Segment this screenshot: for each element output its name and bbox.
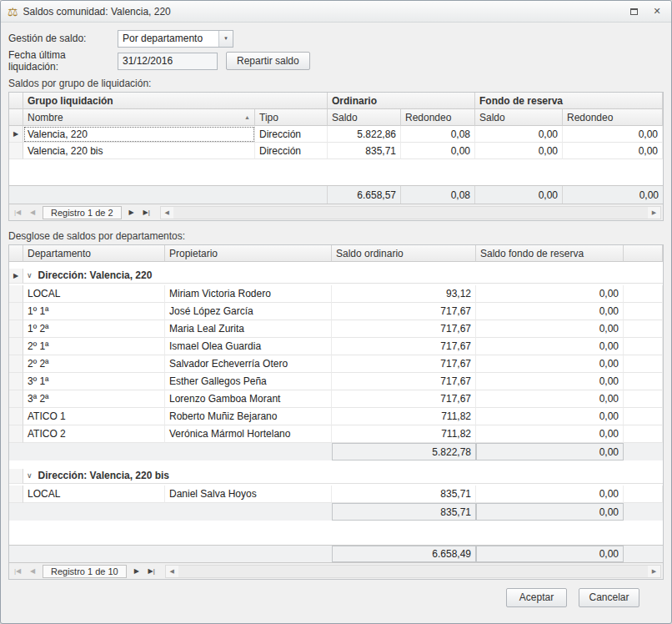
nav-first-button[interactable]: |◀ (11, 565, 24, 578)
table-row[interactable]: 3ª 2ª Lorenzo Gamboa Morant 717,67 0,00 (9, 390, 663, 408)
saldo-fondo-cell[interactable]: 0,00 (476, 303, 624, 320)
table-row[interactable]: ATICO 2 Verónica Mármol Hortelano 711,82… (9, 425, 663, 443)
propietario-cell[interactable]: Maria Leal Zurita (165, 320, 332, 338)
propietario-cell[interactable]: Daniel Salva Hoyos (165, 486, 332, 503)
horizontal-scrollbar[interactable]: ◀ ▶ (165, 565, 661, 578)
header-nombre[interactable]: Nombre ▲ (23, 109, 255, 126)
group-row[interactable]: ▶ ∨ Dirección: Valencia, 220 (9, 269, 663, 285)
saldo-ordinario-cell[interactable]: 717,67 (332, 373, 476, 390)
restore-button[interactable] (626, 5, 641, 18)
table-row[interactable]: ATICO 1 Roberto Muñiz Bejarano 711,82 0,… (9, 408, 663, 425)
header-saldo-fondo[interactable]: Saldo (475, 109, 563, 126)
gestion-saldo-value[interactable]: Por departamento (118, 31, 218, 47)
propietario-cell[interactable]: Verónica Mármol Hortelano (165, 425, 332, 443)
table-row[interactable]: Valencia, 220 bis Dirección 835,71 0,00 … (9, 143, 663, 159)
header-saldo-ordinario[interactable]: Saldo (328, 109, 401, 126)
propietario-cell[interactable]: Lorenzo Gamboa Morant (165, 390, 332, 408)
departamento-cell[interactable]: 2º 2ª (23, 355, 165, 373)
departamento-cell[interactable]: ATICO 1 (23, 408, 165, 425)
gestion-saldo-dropdown-button[interactable]: ▼ (218, 31, 233, 47)
table-row[interactable]: 2º 1ª Ismael Olea Guardia 717,67 0,00 (9, 338, 663, 355)
gestion-saldo-combo[interactable]: Por departamento ▼ (118, 30, 233, 48)
saldo-ordinario-cell[interactable]: 835,71 (328, 143, 401, 159)
group-row[interactable]: ∨ Dirección: Valencia, 220 bis (9, 469, 663, 486)
header-departamento[interactable]: Departamento (23, 245, 165, 262)
header-propietario[interactable]: Propietario (165, 245, 332, 262)
table-row[interactable]: 1º 1ª José López García 717,67 0,00 (9, 303, 663, 320)
saldo-ordinario-cell[interactable]: 717,67 (332, 338, 476, 355)
scroll-left-icon[interactable]: ◀ (161, 207, 173, 219)
departamento-cell[interactable]: ATICO 2 (23, 425, 165, 443)
header-saldo-fondo[interactable]: Saldo fondo de reserva (476, 245, 624, 262)
table-row[interactable]: 2º 2ª Salvador Echeverría Otero 717,67 0… (9, 355, 663, 373)
departamento-cell[interactable]: 2º 1ª (23, 338, 165, 355)
table-row[interactable]: LOCAL Miriam Victoria Rodero 93,12 0,00 (9, 285, 663, 303)
propietario-cell[interactable]: Ismael Olea Guardia (165, 338, 332, 355)
nav-next-button[interactable]: ▶ (130, 565, 143, 578)
redondeo-ordinario-cell[interactable]: 0,00 (401, 143, 475, 159)
scrollbar-track[interactable] (178, 566, 648, 577)
saldo-ordinario-cell[interactable]: 717,67 (332, 303, 476, 320)
nombre-cell[interactable]: Valencia, 220 bis (23, 143, 255, 159)
saldo-ordinario-cell[interactable]: 717,67 (332, 320, 476, 338)
repartir-saldo-button[interactable]: Repartir saldo (226, 52, 310, 70)
saldo-fondo-cell[interactable]: 0,00 (476, 285, 624, 303)
table-row[interactable]: 1º 2ª Maria Leal Zurita 717,67 0,00 (9, 320, 663, 338)
propietario-cell[interactable]: Roberto Muñiz Bejarano (165, 408, 332, 425)
tipo-cell[interactable]: Dirección (255, 126, 328, 143)
nav-last-button[interactable]: ▶| (140, 206, 153, 219)
nombre-cell[interactable]: Valencia, 220 (23, 126, 255, 143)
propietario-cell[interactable]: Salvador Echeverría Otero (165, 355, 332, 373)
band-grupo-liquidacion[interactable]: Grupo liquidación (23, 93, 328, 109)
saldo-fondo-cell[interactable]: 0,00 (476, 390, 624, 408)
nav-last-button[interactable]: ▶| (145, 565, 158, 578)
band-ordinario[interactable]: Ordinario (328, 93, 475, 109)
scroll-left-icon[interactable]: ◀ (166, 566, 178, 577)
departamento-cell[interactable]: LOCAL (23, 486, 165, 503)
scroll-right-icon[interactable]: ▶ (648, 207, 660, 219)
horizontal-scrollbar[interactable]: ◀ ▶ (160, 206, 661, 219)
saldo-fondo-cell[interactable]: 0,00 (476, 320, 624, 338)
nav-prev-button[interactable]: ◀ (26, 206, 39, 219)
table-row[interactable]: LOCAL Daniel Salva Hoyos 835,71 0,00 (9, 486, 663, 503)
table-row[interactable]: ▶ Valencia, 220 Dirección 5.822,86 0,08 … (9, 126, 663, 143)
scroll-right-icon[interactable]: ▶ (648, 566, 660, 577)
saldo-ordinario-cell[interactable]: 711,82 (332, 408, 476, 425)
departamento-cell[interactable]: 1º 1ª (23, 303, 165, 320)
header-redondeo-ordinario[interactable]: Redondeo (401, 109, 475, 126)
collapse-chevron-icon[interactable]: ∨ (27, 471, 33, 480)
nav-next-button[interactable]: ▶ (125, 206, 138, 219)
saldo-ordinario-cell[interactable]: 711,82 (332, 425, 476, 443)
header-redondeo-fondo[interactable]: Redondeo (563, 109, 663, 126)
close-button[interactable]: ✕ (649, 5, 664, 18)
tipo-cell[interactable]: Dirección (255, 143, 328, 159)
cancelar-button[interactable]: Cancelar (579, 588, 639, 607)
saldo-fondo-cell[interactable]: 0,00 (475, 126, 563, 143)
saldo-ordinario-cell[interactable]: 717,67 (332, 355, 476, 373)
redondeo-fondo-cell[interactable]: 0,00 (563, 143, 663, 159)
band-fondo-reserva[interactable]: Fondo de reserva (475, 93, 663, 109)
saldo-fondo-cell[interactable]: 0,00 (476, 373, 624, 390)
saldo-ordinario-cell[interactable]: 93,12 (332, 285, 476, 303)
aceptar-button[interactable]: Aceptar (506, 588, 567, 607)
title-bar[interactable]: ⚖ Saldos comunidad: Valencia, 220 ✕ (1, 1, 671, 23)
propietario-cell[interactable]: Miriam Victoria Rodero (165, 285, 332, 303)
departamento-cell[interactable]: LOCAL (23, 285, 165, 303)
redondeo-fondo-cell[interactable]: 0,00 (563, 126, 663, 143)
saldo-fondo-cell[interactable]: 0,00 (476, 425, 624, 443)
nav-prev-button[interactable]: ◀ (26, 565, 39, 578)
departamento-cell[interactable]: 3º 1ª (23, 373, 165, 390)
saldo-fondo-cell[interactable]: 0,00 (476, 355, 624, 373)
propietario-cell[interactable]: Esther Gallegos Peña (165, 373, 332, 390)
fecha-liquidacion-field[interactable]: 31/12/2016 (118, 53, 218, 70)
redondeo-ordinario-cell[interactable]: 0,08 (401, 126, 475, 143)
collapse-chevron-icon[interactable]: ∨ (27, 271, 33, 279)
departamento-cell[interactable]: 1º 2ª (23, 320, 165, 338)
saldo-ordinario-cell[interactable]: 835,71 (332, 486, 476, 503)
saldo-fondo-cell[interactable]: 0,00 (476, 338, 624, 355)
departamento-cell[interactable]: 3ª 2ª (23, 390, 165, 408)
nav-first-button[interactable]: |◀ (11, 206, 24, 219)
saldo-fondo-cell[interactable]: 0,00 (476, 486, 624, 503)
propietario-cell[interactable]: José López García (165, 303, 332, 320)
saldo-ordinario-cell[interactable]: 5.822,86 (328, 126, 401, 143)
